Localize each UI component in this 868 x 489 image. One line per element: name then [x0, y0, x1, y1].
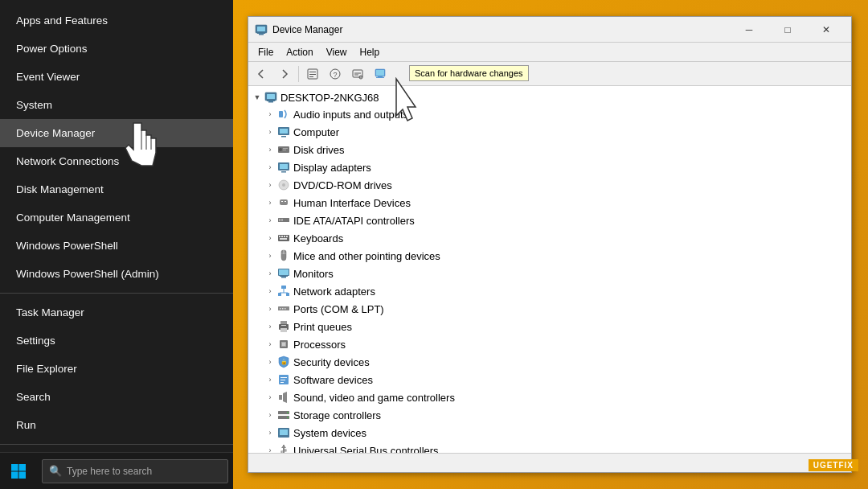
sidebar-item-task-manager[interactable]: Task Manager: [0, 298, 233, 327]
svg-rect-79: [280, 377, 287, 378]
svg-rect-32: [281, 136, 286, 138]
device-manager-icon: [255, 23, 268, 36]
sidebar-item-device-manager[interactable]: Device Manager: [0, 119, 233, 147]
arrow-icon: ›: [264, 339, 276, 350]
computer-small-icon: [277, 125, 290, 138]
tree-item-storage[interactable]: › Storage controllers: [248, 406, 851, 424]
tree-item-keyboards[interactable]: › Keyboards: [248, 229, 851, 247]
tree-item-mice[interactable]: › Mice and other pointing devices: [248, 247, 851, 265]
sidebar-item-run[interactable]: Run: [0, 411, 233, 439]
tree-item-print[interactable]: › Print queues: [248, 318, 851, 335]
sidebar-item-file-explorer[interactable]: File Explorer: [0, 355, 233, 383]
svg-point-86: [287, 417, 289, 418]
svg-rect-15: [309, 74, 316, 75]
svg-rect-29: [279, 111, 283, 117]
tree-item-ide[interactable]: › IDE ATA/ATAPI controllers: [248, 212, 851, 229]
toolbar-separator-1: [298, 66, 299, 82]
svg-rect-46: [279, 219, 280, 221]
toolbar-help-button[interactable]: ?: [325, 64, 346, 84]
tree-item-system-devices[interactable]: › System devices: [248, 424, 851, 442]
computer-icon: [264, 91, 277, 104]
tree-item-software[interactable]: › Software devices: [248, 371, 851, 388]
arrow-icon: ›: [264, 162, 276, 173]
tree-item-security[interactable]: › 🔒 Security devices: [248, 353, 851, 371]
hid-icon: [277, 196, 290, 209]
arrow-icon: ›: [264, 409, 276, 421]
svg-rect-69: [285, 308, 286, 310]
menu-view[interactable]: View: [320, 45, 354, 60]
tree-item-hid[interactable]: › Human Interface Devices: [248, 194, 851, 212]
sidebar-item-disk-management[interactable]: Disk Management: [0, 175, 233, 203]
tree-root-item[interactable]: ▼ DESKTOP-2NKGJ68: [248, 89, 851, 105]
svg-rect-58: [281, 277, 286, 278]
arrow-icon: ›: [264, 109, 276, 120]
toolbar-properties-button[interactable]: [302, 64, 323, 84]
disk-icon: [277, 143, 290, 156]
tree-item-network[interactable]: › Network adapters: [248, 282, 851, 300]
svg-rect-10: [257, 27, 265, 31]
security-icon: 🔒: [277, 355, 290, 368]
svg-rect-80: [280, 380, 285, 380]
sidebar-item-windows-powershell-admin[interactable]: Windows PowerShell (Admin): [0, 260, 233, 288]
window-titlebar: Device Manager ─ □ ✕: [248, 17, 851, 43]
svg-rect-61: [278, 293, 281, 296]
tree-item-sound[interactable]: › Sound, video and game controllers: [248, 388, 851, 406]
taskbar-search[interactable]: 🔍 Type here to search: [42, 459, 228, 483]
svg-rect-60: [281, 286, 286, 289]
svg-rect-38: [280, 164, 288, 169]
ports-icon: [277, 302, 290, 315]
svg-rect-24: [376, 77, 384, 78]
sidebar-item-apps-features[interactable]: Apps and Features: [0, 6, 233, 35]
svg-rect-2: [11, 471, 18, 479]
device-manager-window: Device Manager ─ □ ✕ File Action View He…: [248, 16, 852, 473]
keyboard-icon: [277, 232, 290, 244]
close-button[interactable]: ✕: [808, 17, 845, 43]
sidebar-item-network-connections[interactable]: Network Connections: [0, 147, 233, 175]
sidebar-item-computer-management[interactable]: Computer Management: [0, 203, 233, 232]
menu-action[interactable]: Action: [280, 45, 319, 60]
tree-item-ports[interactable]: › Ports (COM & LPT): [248, 300, 851, 318]
window-title: Device Manager: [272, 24, 731, 35]
toolbar-back-button[interactable]: [252, 64, 272, 84]
menu-top-section: Apps and Features Power Options Event Vi…: [0, 0, 233, 489]
windows-logo-icon: [10, 463, 27, 479]
svg-rect-36: [283, 150, 286, 150]
tree-item-monitors[interactable]: › Monitors: [248, 265, 851, 282]
svg-rect-67: [280, 308, 281, 310]
svg-rect-0: [11, 464, 18, 471]
tree-item-dvd[interactable]: › DVD/CD-ROM drives: [248, 176, 851, 194]
toolbar-forward-button[interactable]: [274, 64, 295, 84]
svg-rect-44: [285, 201, 286, 202]
sidebar-item-search[interactable]: Search: [0, 383, 233, 411]
menu-separator-1: [0, 293, 233, 294]
toolbar-monitor-button[interactable]: [370, 64, 391, 84]
svg-rect-14: [309, 72, 316, 72]
maximize-button[interactable]: □: [769, 17, 806, 43]
sidebar-item-windows-powershell[interactable]: Windows PowerShell: [0, 232, 233, 260]
device-tree[interactable]: ▼ DESKTOP-2NKGJ68 › Audio inputs and out…: [248, 86, 851, 453]
arrow-icon: ›: [264, 321, 276, 332]
sidebar-item-system[interactable]: System: [0, 91, 233, 119]
menu-help[interactable]: Help: [354, 45, 387, 60]
tree-item-audio[interactable]: › Audio inputs and outputs: [248, 105, 851, 123]
sidebar-item-settings[interactable]: Settings: [0, 327, 233, 355]
toolbar-scan-button[interactable]: [347, 64, 368, 84]
tree-item-display[interactable]: › Display adapters: [248, 158, 851, 176]
start-button[interactable]: [0, 453, 37, 490]
display-icon: [277, 161, 290, 174]
menu-file[interactable]: File: [252, 45, 280, 60]
svg-rect-76: [282, 343, 285, 346]
sidebar-item-power-options[interactable]: Power Options: [0, 35, 233, 63]
arrow-icon: ›: [264, 126, 276, 138]
menu-separator-2: [0, 444, 233, 445]
sidebar-item-event-viewer[interactable]: Event Viewer: [0, 63, 233, 91]
tree-item-processors[interactable]: › Processors: [248, 335, 851, 353]
tree-item-disk[interactable]: › Disk drives: [248, 141, 851, 158]
svg-rect-35: [283, 148, 288, 149]
arrow-icon: ›: [264, 392, 276, 403]
minimize-button[interactable]: ─: [731, 17, 768, 43]
tree-item-computer[interactable]: › Computer: [248, 123, 851, 141]
watermark: UGETFIX: [809, 459, 858, 471]
tree-item-usb[interactable]: › Universal Serial Bus controllers: [248, 442, 851, 453]
svg-rect-22: [376, 70, 384, 76]
